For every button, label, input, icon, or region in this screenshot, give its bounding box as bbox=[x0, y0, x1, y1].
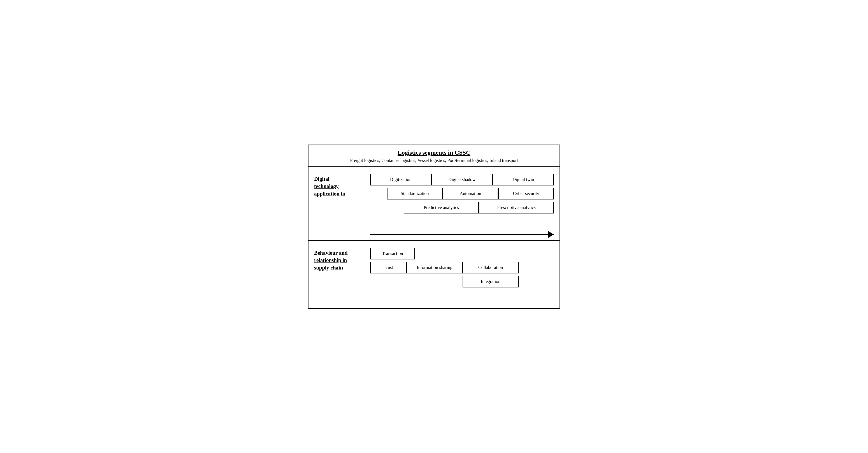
box-collaboration: Collaboration bbox=[463, 262, 519, 273]
box-information-sharing: Information sharing bbox=[407, 262, 463, 273]
main-content: Digital technology application in Digiti… bbox=[308, 167, 560, 308]
behaviour-label-text: Behaviour and relationship in supply cha… bbox=[314, 249, 370, 272]
behaviour-label: Behaviour and relationship in supply cha… bbox=[314, 247, 370, 272]
digital-technology-label-text: Digital technology application in bbox=[314, 175, 370, 198]
beh-row2: Trust Information sharing Collaboration bbox=[370, 262, 554, 273]
box-prescriptive-analytics: Prescriptive analytics bbox=[479, 202, 554, 214]
box-trust: Trust bbox=[370, 262, 407, 273]
box-standardization: Standardization bbox=[387, 188, 443, 199]
header-title: Logistics segments in CSSC bbox=[314, 149, 554, 156]
header-section: Logistics segments in CSSC Freight logis… bbox=[308, 145, 560, 167]
digital-technology-boxes: Digitization Digital shadow Digital twin… bbox=[370, 172, 554, 214]
header-subtitle: Freight logistics; Container logistics; … bbox=[314, 158, 554, 163]
arrow-head bbox=[548, 231, 554, 238]
arrow-shaft bbox=[370, 234, 548, 235]
box-digitization: Digitization bbox=[370, 174, 432, 186]
top-half: Digital technology application in Digiti… bbox=[308, 167, 560, 229]
box-digital-twin: Digital twin bbox=[493, 174, 554, 186]
arrow-section bbox=[308, 229, 560, 240]
dt-row2: Standardization Automation Cyber securit… bbox=[387, 188, 554, 199]
diagram-container: Logistics segments in CSSC Freight logis… bbox=[308, 144, 560, 309]
box-digital-shadow: Digital shadow bbox=[432, 174, 493, 186]
behaviour-boxes: Transaction Trust Information sharing Co… bbox=[370, 247, 554, 287]
arrow-line bbox=[370, 231, 554, 238]
dt-row3: Predictive analytics Prescriptive analyt… bbox=[404, 202, 554, 214]
beh-row1: Transaction bbox=[370, 248, 554, 259]
beh-row3: Integration bbox=[463, 276, 554, 287]
box-transaction: Transaction bbox=[370, 248, 415, 259]
dt-row1: Digitization Digital shadow Digital twin bbox=[370, 174, 554, 186]
box-automation: Automation bbox=[443, 188, 498, 199]
box-predictive-analytics: Predictive analytics bbox=[404, 202, 479, 214]
box-integration: Integration bbox=[463, 276, 519, 287]
box-cyber-security: Cyber security bbox=[498, 188, 554, 199]
digital-technology-label: Digital technology application in bbox=[314, 172, 370, 198]
bottom-half: Behaviour and relationship in supply cha… bbox=[308, 241, 560, 308]
